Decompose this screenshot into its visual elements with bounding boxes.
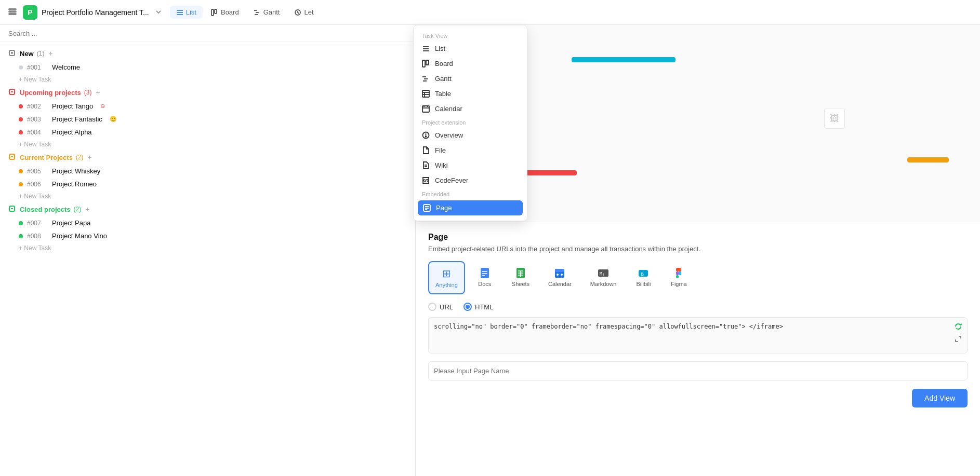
embed-type-docs[interactable]: Docs: [469, 261, 500, 294]
nav-bar: List Board Gantt Let: [170, 6, 320, 19]
new-task-button-current[interactable]: + New Task: [0, 191, 415, 202]
task-badge: 😐: [110, 116, 117, 123]
gantt-image-placeholder: 🖼: [824, 108, 845, 129]
task-name: Project Fantastic: [52, 115, 102, 123]
nav-let-button[interactable]: Let: [288, 6, 320, 19]
embed-type-anything[interactable]: ⊞ Anything: [428, 261, 465, 294]
svg-rect-25: [426, 60, 429, 65]
task-id: #001: [27, 64, 48, 71]
dropdown-item-codefever[interactable]: CodeFever: [414, 173, 527, 188]
new-task-button-new[interactable]: + New Task: [0, 74, 415, 85]
group-add-new[interactable]: +: [48, 49, 52, 58]
task-name: Project Papa: [52, 219, 90, 227]
svg-point-58: [557, 274, 559, 276]
embed-type-calendar[interactable]: Calendar: [541, 261, 579, 294]
svg-rect-29: [422, 90, 429, 97]
dropdown-item-overview[interactable]: Overview: [414, 128, 527, 143]
group-title-new: New: [20, 50, 34, 58]
add-view-button[interactable]: Add View: [912, 389, 968, 407]
dropdown-item-gantt[interactable]: Gantt: [414, 71, 527, 86]
svg-rect-6: [211, 9, 214, 16]
task-id: #003: [27, 116, 48, 123]
page-panel: Page Embed project-related URLs into the…: [416, 222, 980, 476]
dropdown-item-list[interactable]: List: [414, 41, 527, 56]
dropdown-item-file[interactable]: File: [414, 143, 527, 158]
group-chevron-current[interactable]: [8, 153, 17, 161]
gantt-bar-cyan: [572, 57, 676, 62]
task-status-dot: [19, 169, 23, 173]
svg-text:M↓: M↓: [600, 272, 605, 277]
group-chevron-upcoming[interactable]: [8, 88, 17, 97]
svg-rect-57: [555, 269, 564, 272]
svg-rect-1: [9, 11, 16, 12]
search-bar: [0, 25, 415, 42]
embed-type-figma[interactable]: Figma: [663, 261, 694, 294]
group-add-upcoming[interactable]: +: [96, 88, 100, 97]
url-radio[interactable]: URL: [428, 303, 453, 311]
table-row[interactable]: #003 Project Fantastic 😐: [0, 113, 415, 126]
nav-list-button[interactable]: List: [170, 6, 203, 19]
page-panel-description: Embed project-related URLs into the proj…: [428, 245, 968, 253]
title-chevron-icon[interactable]: [155, 8, 162, 17]
group-chevron-closed[interactable]: [8, 205, 17, 213]
task-name: Project Tango: [52, 102, 93, 110]
table-row[interactable]: #008 Project Mano Vino: [0, 229, 415, 242]
svg-rect-33: [422, 106, 429, 112]
embed-type-markdown[interactable]: M↓ Markdown: [583, 261, 624, 294]
svg-rect-7: [215, 9, 217, 13]
table-row[interactable]: #002 Project Tango ⊖: [0, 100, 415, 113]
nav-gantt-button[interactable]: Gantt: [247, 6, 286, 19]
task-status-dot: [19, 182, 23, 186]
group-count-upcoming: (3): [84, 89, 92, 96]
page-panel-title: Page: [428, 233, 968, 242]
table-row[interactable]: #005 Project Whiskey: [0, 165, 415, 178]
table-row[interactable]: #007 Project Papa: [0, 216, 415, 229]
table-row[interactable]: #006 Project Romeo: [0, 178, 415, 191]
group-add-current[interactable]: +: [88, 153, 92, 161]
refresh-icon[interactable]: [953, 321, 963, 332]
app-logo: P: [23, 5, 37, 20]
dropdown-item-page[interactable]: Page: [418, 200, 523, 215]
svg-line-42: [426, 179, 427, 182]
task-view-label: Task View: [414, 30, 527, 41]
anything-icon: ⊞: [442, 267, 451, 280]
embedded-label: Embedded: [414, 188, 527, 199]
table-row[interactable]: #004 Project Alpha: [0, 126, 415, 139]
dropdown-item-board[interactable]: Board: [414, 56, 527, 71]
group-count-new: (1): [37, 50, 45, 57]
dropdown-item-calendar[interactable]: Calendar: [414, 101, 527, 116]
svg-point-59: [561, 274, 563, 276]
group-chevron-new[interactable]: [8, 49, 17, 58]
new-task-button-upcoming[interactable]: + New Task: [0, 139, 415, 150]
task-name: Project Romeo: [52, 180, 97, 188]
task-id: #006: [27, 181, 48, 188]
svg-rect-2: [9, 13, 16, 15]
sidebar-toggle-icon[interactable]: [8, 7, 17, 17]
task-name: Project Mano Vino: [52, 232, 107, 240]
embed-type-sheets[interactable]: Sheets: [505, 261, 537, 294]
expand-icon[interactable]: [953, 334, 963, 344]
nav-board-button[interactable]: Board: [205, 6, 245, 19]
group-add-closed[interactable]: +: [85, 205, 89, 213]
task-status-dot: [19, 117, 23, 121]
new-task-button-closed[interactable]: + New Task: [0, 242, 415, 254]
html-radio[interactable]: HTML: [463, 303, 493, 311]
svg-rect-0: [9, 9, 16, 10]
group-title-upcoming: Upcoming projects: [20, 89, 81, 97]
table-row[interactable]: #001 Welcome: [0, 61, 415, 74]
project-extension-label: Project extension: [414, 116, 527, 128]
task-name: Project Alpha: [52, 128, 92, 136]
svg-point-68: [679, 272, 681, 275]
dropdown-item-table[interactable]: Table: [414, 86, 527, 101]
svg-text:B: B: [641, 271, 644, 277]
task-status-dot: [19, 130, 23, 134]
embed-type-bilibili[interactable]: B Bilibili: [628, 261, 659, 294]
task-view-dropdown: Task View List Board Gantt Table Calenda…: [413, 25, 527, 221]
dropdown-item-wiki[interactable]: Wiki: [414, 158, 527, 173]
search-input[interactable]: [8, 30, 407, 37]
page-name-input[interactable]: [428, 361, 968, 380]
html-code-textarea[interactable]: scrolling="no" border="0" frameborder="n…: [428, 317, 968, 353]
task-status-dot: [19, 221, 23, 225]
task-status-dot: [19, 234, 23, 238]
group-header-new: New (1) +: [0, 46, 415, 61]
